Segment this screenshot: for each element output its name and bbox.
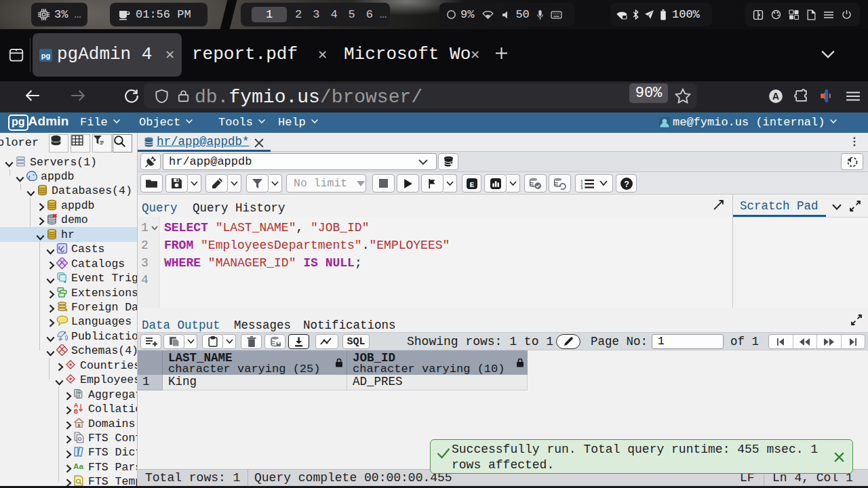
svg-text:Aa: Aa xyxy=(73,462,83,470)
svg-text:3: 3 xyxy=(580,185,583,188)
svg-text:B: B xyxy=(74,408,78,414)
svg-text:pg: pg xyxy=(41,52,50,60)
svg-text:?: ? xyxy=(624,179,629,188)
svg-text:E: E xyxy=(469,180,474,188)
svg-text:A: A xyxy=(772,91,779,102)
